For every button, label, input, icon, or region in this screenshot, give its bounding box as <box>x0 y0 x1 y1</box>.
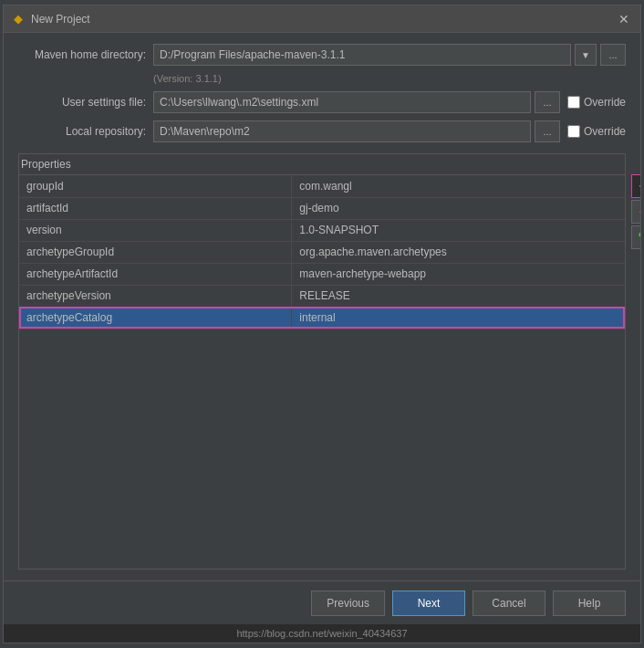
user-settings-input-container: ... <box>153 91 560 113</box>
add-property-button[interactable]: + <box>631 174 640 198</box>
prop-value: 1.0-SNAPSHOT <box>292 219 625 241</box>
table-row[interactable]: artifactId gj-demo <box>19 197 625 219</box>
user-settings-override-checkbox[interactable] <box>567 96 580 109</box>
prop-value: RELEASE <box>292 285 625 307</box>
maven-home-browse-button[interactable]: ... <box>600 44 626 66</box>
properties-table-wrapper: groupId com.wangl artifactId gj-demo ver… <box>18 174 626 570</box>
prop-value: maven-archetype-webapp <box>292 263 625 285</box>
watermark: https://blog.csdn.net/weixin_40434637 <box>4 624 640 643</box>
close-button[interactable]: ✕ <box>615 10 633 28</box>
local-repo-row: Local repository: ... Override <box>18 120 626 142</box>
table-row[interactable]: archetypeGroupId org.apache.maven.archet… <box>19 241 625 263</box>
property-actions: + − ✎ <box>631 174 640 249</box>
help-button[interactable]: Help <box>553 591 626 616</box>
table-row[interactable]: archetypeArtifactId maven-archetype-weba… <box>19 263 625 285</box>
dialog-title: New Project <box>31 13 615 26</box>
remove-property-button[interactable]: − <box>631 200 640 224</box>
maven-home-dropdown-button[interactable]: ▼ <box>575 44 597 66</box>
local-repo-input-container: ... <box>153 120 560 142</box>
table-row[interactable]: archetypeVersion RELEASE <box>19 285 625 307</box>
maven-home-input[interactable] <box>153 44 571 66</box>
prop-key: archetypeCatalog <box>19 307 292 329</box>
maven-home-row: Maven home directory: ▼ ... <box>18 44 626 66</box>
maven-home-input-container: ▼ ... <box>153 44 626 66</box>
next-button[interactable]: Next <box>392 591 465 616</box>
prop-value: org.apache.maven.archetypes <box>292 241 625 263</box>
local-repo-override-label: Override <box>584 125 626 138</box>
local-repo-override-checkbox[interactable] <box>567 125 580 138</box>
properties-table-container: groupId com.wangl artifactId gj-demo ver… <box>18 174 626 570</box>
properties-header: Properties <box>18 153 626 174</box>
prop-value: gj-demo <box>292 197 625 219</box>
dialog-content: Maven home directory: ▼ ... (Version: 3.… <box>4 33 640 580</box>
edit-property-button[interactable]: ✎ <box>631 225 640 249</box>
user-settings-input[interactable] <box>153 91 531 113</box>
local-repo-override-container: Override <box>567 125 626 138</box>
prop-key: artifactId <box>19 197 292 219</box>
table-row[interactable]: version 1.0-SNAPSHOT <box>19 219 625 241</box>
new-project-dialog: ◆ New Project ✕ Maven home directory: ▼ … <box>3 5 641 643</box>
table-row[interactable]: archetypeCatalog internal <box>19 307 625 329</box>
maven-home-label: Maven home directory: <box>18 48 146 61</box>
table-row[interactable]: groupId com.wangl <box>19 175 625 197</box>
local-repo-label: Local repository: <box>18 125 146 138</box>
user-settings-override-label: Override <box>584 96 626 109</box>
properties-table: groupId com.wangl artifactId gj-demo ver… <box>19 175 625 329</box>
prop-key: version <box>19 219 292 241</box>
prop-value: com.wangl <box>292 175 625 197</box>
prop-key: archetypeVersion <box>19 285 292 307</box>
local-repo-browse-button[interactable]: ... <box>535 120 560 142</box>
user-settings-override-container: Override <box>567 96 626 109</box>
dialog-footer: Previous Next Cancel Help <box>4 580 640 624</box>
user-settings-browse-button[interactable]: ... <box>535 91 560 113</box>
dialog-icon: ◆ <box>11 12 26 26</box>
user-settings-label: User settings file: <box>18 96 146 109</box>
prop-key: archetypeGroupId <box>19 241 292 263</box>
properties-section: Properties groupId com.wangl artifactId … <box>18 153 626 570</box>
prop-key: groupId <box>19 175 292 197</box>
prop-key: archetypeArtifactId <box>19 263 292 285</box>
maven-version-hint: (Version: 3.1.1) <box>153 73 626 84</box>
user-settings-row: User settings file: ... Override <box>18 91 626 113</box>
previous-button[interactable]: Previous <box>311 591 385 616</box>
cancel-button[interactable]: Cancel <box>473 591 545 616</box>
title-bar: ◆ New Project ✕ <box>4 5 640 33</box>
prop-value: internal <box>292 307 625 329</box>
local-repo-input[interactable] <box>153 120 531 142</box>
